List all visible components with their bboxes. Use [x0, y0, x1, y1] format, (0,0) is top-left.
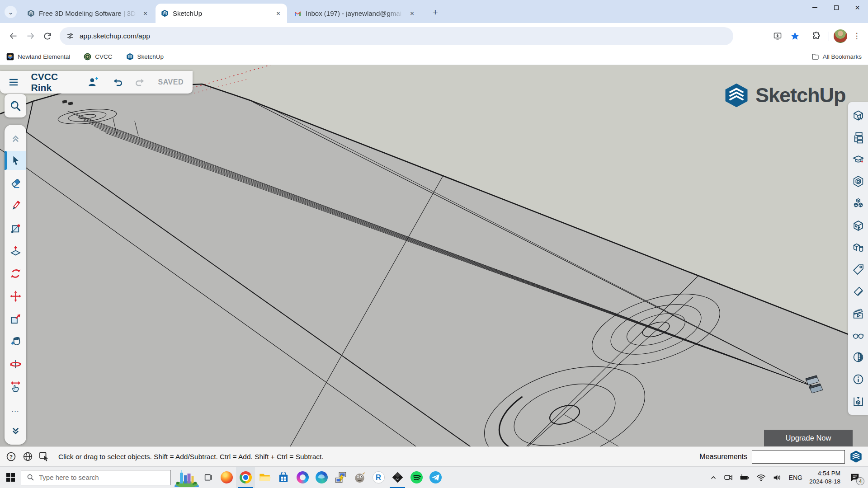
pencil-icon: [9, 200, 22, 212]
taskbar-search[interactable]: [21, 470, 171, 485]
tab-gmail-inbox[interactable]: Inbox (197) - jaynewland@gmai ✕: [288, 4, 421, 23]
address-bar[interactable]: app.sketchup.com/app: [60, 27, 733, 45]
tab-close-icon[interactable]: ✕: [408, 9, 416, 18]
all-bookmarks-button[interactable]: All Bookmarks: [811, 53, 862, 61]
tab-free-3d-modeling[interactable]: Free 3D Modeling Software | 3D ✕: [22, 4, 154, 23]
orbit-tool-button[interactable]: [5, 354, 26, 373]
tab-search-button[interactable]: ⌄: [5, 6, 17, 18]
window-maximize-button[interactable]: [826, 0, 847, 15]
instructor-button[interactable]: [849, 150, 867, 169]
battery-icon[interactable]: [740, 474, 750, 482]
taskbar-app-firefox[interactable]: [217, 467, 236, 488]
components-button[interactable]: [849, 194, 867, 212]
notification-center-button[interactable]: 4: [847, 470, 863, 485]
site-settings-icon[interactable]: [66, 32, 75, 40]
toolbar-actions: ⋮: [766, 27, 863, 46]
sketchup-app: CVCC Rink SAVED: [0, 65, 868, 466]
geolocation-button[interactable]: [849, 348, 867, 366]
taskbar-app-rhino[interactable]: R: [369, 467, 388, 488]
spotify-icon: [410, 471, 423, 483]
window-minimize-button[interactable]: [804, 0, 826, 15]
wifi-icon[interactable]: [756, 474, 766, 482]
taskbar-app-office[interactable]: [293, 467, 312, 488]
task-view-button[interactable]: [200, 467, 217, 488]
styles-button[interactable]: [849, 239, 867, 257]
gmail-favicon: [294, 9, 302, 17]
chrome-icon: [240, 471, 252, 483]
taskbar-search-input[interactable]: [39, 474, 152, 481]
meet-now-icon[interactable]: [724, 473, 733, 482]
document-title[interactable]: CVCC Rink: [31, 71, 76, 93]
bookmark-label: CVCC: [95, 53, 112, 60]
hexagon-cube-icon: [852, 175, 864, 188]
taskbar-app-gimp[interactable]: [350, 467, 369, 488]
modeling-viewport[interactable]: [0, 65, 868, 446]
move-tool-button[interactable]: [5, 286, 26, 305]
taskbar-app-telegram[interactable]: [426, 467, 445, 488]
select-mode-icon[interactable]: [39, 451, 50, 462]
help-icon[interactable]: ?: [5, 451, 16, 462]
bookmark-cvcc[interactable]: CVCC: [84, 53, 112, 61]
start-button[interactable]: [0, 467, 21, 488]
3d-warehouse-button[interactable]: [849, 392, 867, 410]
taskbar-app-edge[interactable]: [312, 467, 331, 488]
bookmark-sketchup[interactable]: SketchUp: [126, 53, 164, 61]
tab-close-icon[interactable]: ✕: [274, 9, 283, 18]
undo-button[interactable]: [110, 75, 123, 89]
bookmark-newland-elemental[interactable]: Newland Elemental: [6, 53, 70, 61]
forward-button[interactable]: [22, 28, 39, 45]
scenes-button[interactable]: [849, 304, 867, 322]
tab-sketchup[interactable]: SketchUp ✕: [156, 4, 287, 23]
materials-button[interactable]: [849, 216, 867, 235]
install-app-icon[interactable]: [770, 28, 785, 44]
tab-close-icon[interactable]: ✕: [141, 9, 150, 18]
soften-edges-button[interactable]: [849, 282, 867, 300]
taskbar-app-file-explorer[interactable]: [255, 467, 274, 488]
model-info-button[interactable]: [849, 370, 867, 388]
back-button[interactable]: [5, 28, 22, 45]
main-menu-icon[interactable]: [7, 75, 20, 89]
overlays-button[interactable]: [849, 173, 867, 191]
shapes-tool-button[interactable]: [5, 219, 26, 238]
eraser-tool-button[interactable]: [5, 174, 26, 192]
rotate-tool-button[interactable]: [5, 264, 26, 283]
bookmark-star-icon[interactable]: [787, 28, 802, 44]
more-tools-button[interactable]: …: [5, 399, 26, 418]
tray-expand-icon[interactable]: [710, 474, 717, 481]
upgrade-now-button[interactable]: Upgrade Now: [764, 430, 853, 446]
taskbar-app-spotify[interactable]: [407, 467, 426, 488]
scale-tool-button[interactable]: [5, 309, 26, 328]
chrome-menu-icon[interactable]: ⋮: [850, 31, 863, 41]
volume-icon[interactable]: [773, 474, 782, 482]
news-widget[interactable]: [174, 468, 200, 487]
new-tab-button[interactable]: +: [429, 6, 441, 18]
collapse-toolbar-button[interactable]: [5, 128, 26, 147]
push-pull-tool-button[interactable]: [5, 241, 26, 260]
newland-favicon: [6, 53, 14, 61]
extensions-icon[interactable]: [809, 28, 824, 44]
outliner-button[interactable]: [849, 129, 867, 147]
search-tool-button[interactable]: [5, 94, 26, 117]
taskbar-app-remote-desktop[interactable]: [331, 467, 350, 488]
pan-tool-button[interactable]: [5, 377, 26, 396]
taskbar-app-microsoft-store[interactable]: [274, 467, 293, 488]
entity-info-button[interactable]: [849, 107, 867, 125]
draw-tool-button[interactable]: [5, 196, 26, 215]
taskbar-app-inkscape[interactable]: [388, 467, 407, 488]
measurements-input[interactable]: [752, 450, 845, 464]
tags-button[interactable]: [849, 260, 867, 278]
language-indicator[interactable]: ENG: [789, 474, 802, 481]
paint-bucket-tool-button[interactable]: [5, 332, 26, 351]
expand-toolbar-button[interactable]: [5, 422, 26, 441]
clock-date: 2024-08-18: [809, 478, 840, 486]
share-add-person-icon[interactable]: [87, 75, 100, 89]
display-button[interactable]: [849, 326, 867, 344]
redo-button[interactable]: [134, 75, 147, 89]
window-close-button[interactable]: ✕: [847, 0, 868, 15]
select-tool-button[interactable]: [5, 151, 26, 170]
reload-button[interactable]: [39, 28, 56, 45]
profile-avatar[interactable]: [834, 29, 847, 43]
language-globe-icon[interactable]: [22, 451, 33, 462]
taskbar-app-chrome[interactable]: [236, 467, 255, 488]
taskbar-clock[interactable]: 4:54 PM 2024-08-18: [809, 469, 840, 485]
